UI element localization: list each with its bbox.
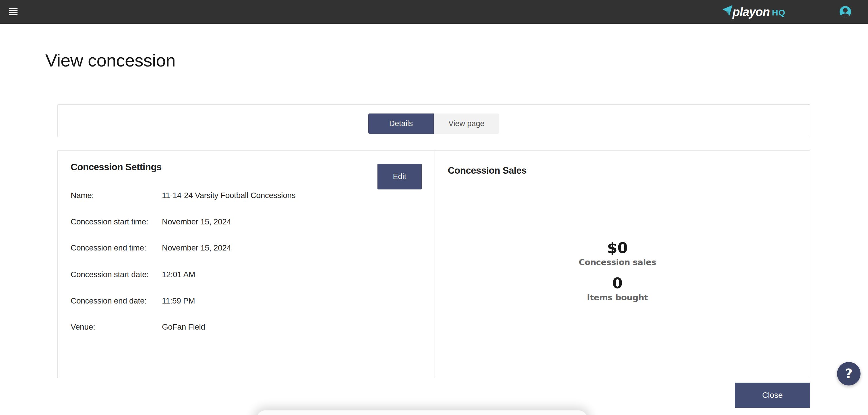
- edit-button[interactable]: Edit: [377, 164, 422, 189]
- hamburger-icon: [9, 10, 18, 11]
- app-header: playon HQ: [0, 0, 868, 24]
- tab-group: Details View page: [368, 113, 499, 134]
- sales-total-label: Concession sales: [579, 258, 656, 267]
- field-value: 12:01 AM: [162, 270, 195, 279]
- field-value: 11-14-24 Varsity Football Concessions: [162, 191, 296, 200]
- field-label: Venue:: [71, 322, 95, 332]
- items-bought-label: Items bought: [579, 293, 656, 302]
- page-title: View concession: [45, 50, 175, 70]
- field-label: Concession end date:: [71, 296, 147, 306]
- help-button[interactable]: ?: [837, 362, 861, 385]
- concession-sales-panel: Concession Sales $0 Concession sales 0 I…: [435, 151, 810, 378]
- logo-brand-text: playon: [733, 5, 770, 19]
- playon-plane-icon: [722, 5, 733, 16]
- sales-total-value: $0: [579, 240, 656, 256]
- field-label: Name:: [71, 191, 94, 200]
- field-value: November 15, 2024: [162, 217, 231, 227]
- logo-suffix-text: HQ: [772, 8, 785, 18]
- field-label: Concession start time:: [71, 217, 148, 227]
- tab-view-page[interactable]: View page: [434, 113, 499, 134]
- hamburger-icon: [9, 12, 18, 13]
- items-bought-value: 0: [579, 275, 656, 291]
- tab-details[interactable]: Details: [368, 113, 434, 134]
- settings-heading: Concession Settings: [71, 162, 162, 173]
- sales-stats: $0 Concession sales 0 Items bought: [579, 240, 656, 302]
- hamburger-icon: [9, 8, 18, 9]
- close-button[interactable]: Close: [735, 383, 810, 408]
- sales-heading: Concession Sales: [448, 165, 526, 176]
- bottom-sheet-shadow: [257, 410, 587, 415]
- field-label: Concession start date:: [71, 270, 149, 279]
- concession-settings-panel: Concession Settings Edit Name: 11-14-24 …: [58, 151, 435, 378]
- question-mark-icon: ?: [845, 366, 853, 381]
- concession-card: Concession Settings Edit Name: 11-14-24 …: [57, 150, 810, 378]
- user-avatar-icon[interactable]: [840, 6, 851, 18]
- playon-hq-logo: playon HQ: [722, 0, 785, 24]
- field-label: Concession end time:: [71, 243, 146, 252]
- tab-bar-card: Details View page: [57, 104, 810, 137]
- hamburger-menu-button[interactable]: [7, 5, 20, 18]
- field-value: 11:59 PM: [162, 296, 195, 306]
- hamburger-icon: [9, 14, 18, 15]
- field-value: GoFan Field: [162, 322, 205, 332]
- field-value: November 15, 2024: [162, 243, 231, 252]
- view-concession-screen: playon HQ View concession Details View p…: [0, 0, 868, 415]
